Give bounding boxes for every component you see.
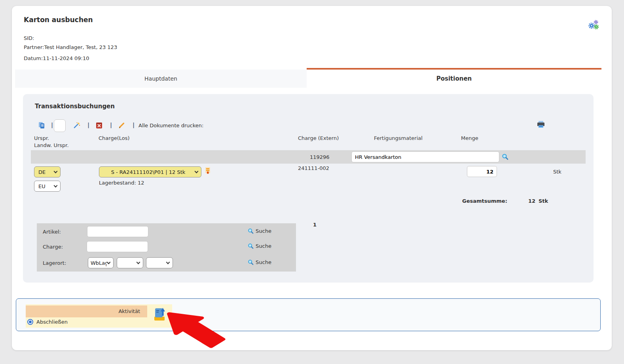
tab-bar: Hauptdaten Positionen [15,68,609,88]
pagination-page-1[interactable]: 1 [313,222,317,228]
urspr-select[interactable]: DE [34,166,61,177]
charge-los-select-wrap: S - RA24111102\P01 | 12 Stk [99,166,201,177]
magic-wand-icon-svg [73,122,80,129]
book-out-icon[interactable] [153,307,166,322]
magnifier-icon-svg [248,228,254,234]
search-box: Artikel: Suche Charge: Suche [37,223,296,272]
printer-icon-svg [537,121,545,128]
page-background: Karton ausbuchen SID: Partner:Test Handl… [0,0,624,364]
total-unit: Stk [539,198,548,204]
article-search-icon[interactable] [502,153,508,162]
charge-note-icon[interactable] [205,167,211,176]
charge-input[interactable] [87,241,148,252]
gears-icon-svg [588,19,600,30]
tab-positionen-label: Positionen [436,75,472,82]
abschliessen-label: Abschließen [36,319,68,325]
abschliessen-option[interactable]: Abschließen [27,319,68,325]
charge-suche-link[interactable]: Suche [248,243,271,249]
col-landw-urspr: Landw. Urspr. [34,142,69,148]
col-fertigungsmaterial: Fertigungsmaterial [374,135,423,141]
panel-title: Transaktionsbuchungen [35,103,115,110]
tab-hauptdaten-label: Hauptdaten [144,75,177,82]
sid-label: SID: [24,35,34,41]
lagerort-select-3[interactable] [146,257,173,268]
charge-note-icon-svg [205,167,211,174]
charge-los-select[interactable]: S - RA24111102\P01 | 12 Stk [99,166,201,177]
activity-panel: Aktivität Abschließen [26,304,172,328]
menge-unit: Stk [553,169,561,175]
lagerort-suche-link[interactable]: Suche [248,259,271,265]
red-arrow-annotation [166,312,227,349]
lagerort-select-2-wrap [117,257,143,268]
magnifier-icon-svg [502,153,508,160]
toolbar-separator: | [51,122,53,128]
toolbar-separator: | [87,122,89,128]
col-charge-los: Charge(Los) [99,135,130,141]
total-label: Gesamtsumme: [462,198,507,204]
gears-icon[interactable] [588,19,600,30]
landw-urspr-select[interactable]: EU [34,181,61,192]
col-charge-extern: Charge (Extern) [298,135,339,141]
suche-label: Suche [256,243,271,249]
landw-urspr-select-wrap: EU [34,181,61,192]
lagerort-label: Lagerort: [43,260,66,266]
magnifier-icon-svg [248,259,254,265]
activity-header: Aktivität [26,306,147,317]
magnifier-icon-svg [248,243,254,249]
lagerort-select-2[interactable] [117,257,143,268]
printer-icon[interactable] [537,121,545,130]
delete-trash-icon-svg [96,122,102,129]
col-menge: Menge [461,135,478,141]
suche-label: Suche [256,228,271,234]
copy-documents-icon-svg [38,122,45,129]
scan-input[interactable] [54,119,66,132]
tab-positionen[interactable]: Positionen [307,68,601,88]
activity-box: Aktivität Abschließen [16,298,601,331]
position-charge-extern: 241111-002 [298,165,329,171]
tab-hauptdaten[interactable]: Hauptdaten [15,70,307,88]
menge-input[interactable] [467,166,497,177]
charge-label: Charge: [43,244,63,250]
artikel-label: Artikel: [43,229,61,235]
print-all-label: Alle Dokumente drucken: [138,123,203,128]
page-title: Karton ausbuchen [24,16,93,24]
lagerbestand-label: Lagerbestand: 12 [99,180,144,186]
partner-label: Partner:Test Handlager, Test, 23 123 [24,44,117,50]
artikel-input[interactable] [87,226,148,237]
copy-documents-icon[interactable] [38,122,45,130]
toolbar-separator: | [110,122,112,128]
delete-trash-icon[interactable] [96,122,102,130]
lagerort-select-3-wrap [146,257,173,268]
lagerort-select-1-wrap: WbLag [88,257,114,268]
radio-selected-icon[interactable] [27,319,33,325]
col-urspr: Urspr. [34,135,49,141]
book-out-icon-svg [153,307,166,322]
artikel-suche-link[interactable]: Suche [248,228,271,234]
datum-label: Datum:11-11-2024 09:10 [24,55,89,61]
toolbar-separator: | [133,122,135,128]
article-charge-extern: 119296 [310,154,330,160]
urspr-select-wrap: DE [34,166,61,177]
edit-pencil-icon[interactable] [118,122,125,130]
transaktionsbuchungen-panel: Transaktionsbuchungen | | [23,94,594,283]
magic-wand-icon[interactable] [73,122,80,130]
suche-label: Suche [256,259,271,265]
total-value: 12 [528,198,535,204]
edit-pencil-icon-svg [118,122,125,129]
lagerort-select-1[interactable]: WbLag [88,257,114,268]
fertigungsmaterial-input[interactable] [351,151,499,162]
